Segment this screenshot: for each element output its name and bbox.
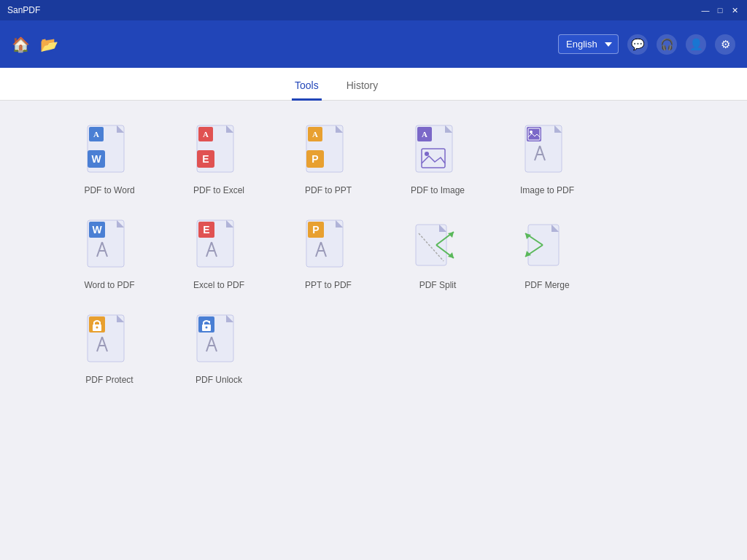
tool-pdf-merge[interactable]: PDF Merge (496, 217, 598, 290)
tool-pdf-to-word-label: PDF to Word (84, 185, 134, 195)
tool-word-to-pdf-label: Word to PDF (84, 280, 134, 290)
header-left: 🏠 📂 (12, 36, 58, 53)
settings-icon-button[interactable]: ⚙ (715, 34, 735, 55)
user-icon-button[interactable]: 👤 (686, 34, 706, 55)
tool-excel-to-pdf-label: Excel to PDF (193, 280, 244, 290)
titlebar: SanPDF — □ ✕ (0, 0, 747, 20)
svg-text:A: A (422, 130, 427, 139)
tool-pdf-to-word[interactable]: A W PDF to Word (58, 122, 160, 195)
chat-icon-button[interactable]: 💬 (627, 34, 648, 55)
svg-point-27 (425, 152, 429, 156)
main-content: A W PDF to Word A E (0, 101, 747, 560)
tool-pdf-merge-label: PDF Merge (525, 280, 569, 290)
tool-word-to-pdf[interactable]: W Word to PDF (58, 217, 160, 290)
svg-point-81 (96, 327, 98, 329)
svg-point-33 (530, 131, 533, 133)
svg-text:W: W (91, 153, 101, 165)
tabbar: Tools History (0, 68, 747, 101)
tool-image-to-pdf[interactable]: Image to PDF (496, 122, 598, 195)
tool-pdf-to-image-label: PDF to Image (411, 185, 465, 195)
svg-rect-31 (527, 127, 541, 141)
tool-pdf-unlock[interactable]: PDF Unlock (168, 312, 270, 385)
header-right: English 中文 Español 💬 🎧 👤 ⚙ (558, 34, 735, 55)
maximize-button[interactable]: □ (715, 5, 725, 15)
headset-icon-button[interactable]: 🎧 (657, 34, 677, 55)
svg-text:P: P (312, 224, 319, 236)
tool-image-to-pdf-label: Image to PDF (520, 185, 574, 195)
tool-pdf-protect-label: PDF Protect (85, 375, 133, 385)
svg-text:E: E (203, 224, 209, 236)
tab-tools[interactable]: Tools (292, 72, 322, 101)
tool-pdf-protect[interactable]: PDF Protect (58, 312, 160, 385)
tool-pdf-split[interactable]: PDF Split (387, 217, 489, 290)
home-icon[interactable]: 🏠 (12, 36, 30, 53)
close-button[interactable]: ✕ (729, 5, 740, 15)
header: 🏠 📂 English 中文 Español 💬 🎧 👤 ⚙ (0, 20, 747, 68)
folder-icon[interactable]: 📂 (40, 36, 58, 53)
tool-pdf-split-label: PDF Split (419, 280, 457, 290)
svg-point-90 (206, 327, 208, 329)
svg-text:E: E (202, 153, 209, 165)
svg-text:W: W (92, 224, 102, 236)
tool-ppt-to-pdf[interactable]: P PPT to PDF (277, 217, 379, 290)
tool-pdf-to-ppt-label: PDF to PPT (305, 185, 352, 195)
tool-pdf-to-excel[interactable]: A E PDF to Excel (168, 122, 270, 195)
tool-excel-to-pdf[interactable]: E Excel to PDF (168, 217, 270, 290)
svg-text:P: P (311, 153, 318, 165)
tool-pdf-unlock-label: PDF Unlock (196, 375, 242, 385)
tool-pdf-to-image[interactable]: A PDF to Image (387, 122, 489, 195)
tool-pdf-to-excel-label: PDF to Excel (193, 185, 244, 195)
svg-text:A: A (93, 130, 99, 139)
tab-history[interactable]: History (344, 72, 382, 101)
tool-grid: A W PDF to Word A E (58, 122, 689, 407)
svg-text:A: A (312, 130, 318, 139)
svg-text:A: A (203, 130, 209, 139)
minimize-button[interactable]: — (700, 5, 711, 15)
app-title: SanPDF (7, 5, 40, 15)
tool-ppt-to-pdf-label: PPT to PDF (305, 280, 352, 290)
tool-pdf-to-ppt[interactable]: A P PDF to PPT (277, 122, 379, 195)
language-select[interactable]: English 中文 Español (558, 34, 619, 54)
window-controls: — □ ✕ (700, 5, 740, 15)
